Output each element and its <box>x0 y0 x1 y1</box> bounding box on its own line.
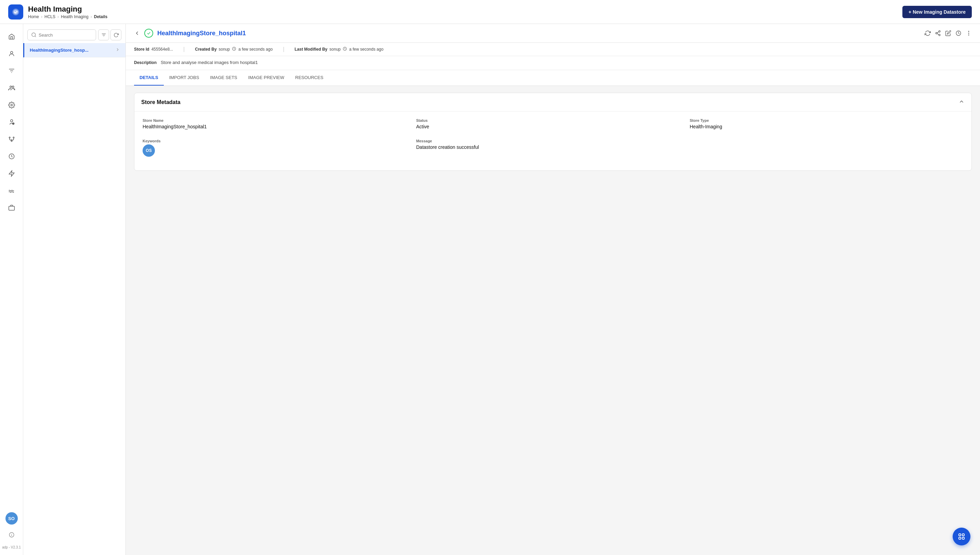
svg-point-13 <box>938 31 940 32</box>
svg-rect-23 <box>962 534 964 536</box>
content-header: HealthImagingStore_hospital1 <box>126 24 980 43</box>
sidebar-item-home[interactable] <box>5 29 19 44</box>
svg-point-19 <box>968 35 969 35</box>
tab-image-preview[interactable]: IMAGE PREVIEW <box>243 70 289 85</box>
store-name-label: Store Name <box>142 119 416 122</box>
last-modified-time: a few seconds ago <box>349 47 383 52</box>
store-type-value: Health-Imaging <box>690 124 963 129</box>
field-message: Message Datastore creation successful <box>416 139 690 157</box>
store-name-value: HealthImagingStore_hospital1 <box>142 124 416 129</box>
status-circle <box>144 29 153 38</box>
metadata-card-header: Store Metadata <box>134 93 972 112</box>
sync-icon[interactable] <box>925 30 931 36</box>
store-id-label: Store Id <box>134 47 149 52</box>
field-store-type: Store Type Health-Imaging <box>690 119 963 129</box>
field-status: Status Active <box>416 119 690 129</box>
svg-rect-10 <box>8 206 14 210</box>
created-time: a few seconds ago <box>238 47 273 52</box>
sidebar-item-settings[interactable] <box>5 98 19 112</box>
svg-rect-22 <box>959 534 961 536</box>
sidebar-item-waves[interactable] <box>5 183 19 198</box>
content-header-actions <box>925 30 972 36</box>
keywords-label: Keywords <box>142 139 416 143</box>
chevron-right-icon <box>115 47 120 53</box>
field-store-name: Store Name HealthImagingStore_hospital1 <box>142 119 416 129</box>
meta-last-modified: Last Modified By sonup a few seconds ago <box>295 47 384 52</box>
clock-icon-modified <box>343 47 347 52</box>
meta-store-id: Store Id 455564e8... <box>134 47 173 52</box>
sidebar-item-clock[interactable] <box>5 149 19 164</box>
tab-details[interactable]: DETAILS <box>134 70 164 85</box>
field-keywords: Keywords OS <box>142 139 416 157</box>
tab-resources[interactable]: RESOURCES <box>289 70 329 85</box>
sidebar-item-group[interactable] <box>5 81 19 95</box>
clock-icon-created <box>232 47 236 52</box>
sidebar-item-bolt[interactable] <box>5 166 19 181</box>
breadcrumb-sep2: › <box>58 14 59 19</box>
message-label: Message <box>416 139 690 143</box>
list-item-store[interactable]: HealthImagingStore_hosp... <box>23 43 125 58</box>
store-title: HealthImagingStore_hospital1 <box>157 30 246 37</box>
svg-point-8 <box>11 140 12 141</box>
svg-point-4 <box>10 120 13 122</box>
share-icon[interactable] <box>935 30 941 36</box>
svg-point-14 <box>935 32 937 34</box>
back-button[interactable] <box>134 30 140 36</box>
breadcrumb-home[interactable]: Home <box>28 14 39 19</box>
search-input[interactable] <box>38 32 92 38</box>
svg-point-15 <box>938 34 940 36</box>
edit-icon[interactable] <box>945 30 951 36</box>
sidebar-item-person[interactable] <box>5 115 19 129</box>
info-icon[interactable] <box>5 529 18 541</box>
user-avatar[interactable]: SO <box>5 512 18 525</box>
meta-sep2: | <box>283 46 284 52</box>
tab-import-jobs[interactable]: IMPORT JOBS <box>164 70 205 85</box>
left-panel: HealthImagingStore_hosp... <box>23 24 126 555</box>
sidebar-item-filter[interactable] <box>5 64 19 78</box>
breadcrumb-health-imaging[interactable]: Health Imaging <box>61 14 89 19</box>
check-icon <box>146 31 151 35</box>
sidebar-item-user[interactable] <box>5 47 19 61</box>
tab-image-sets[interactable]: IMAGE SETS <box>205 70 243 85</box>
search-icon <box>31 32 37 38</box>
sidebar-version: adp - V2.3.1 <box>2 545 21 550</box>
store-type-label: Store Type <box>690 119 963 122</box>
collapse-icon[interactable] <box>958 99 965 106</box>
svg-point-2 <box>12 86 14 88</box>
store-id-value: 455564e8... <box>152 47 173 52</box>
created-by-label: Created By <box>195 47 216 52</box>
svg-point-1 <box>10 86 12 88</box>
metadata-card: Store Metadata Store Name HealthImagingS… <box>134 93 972 171</box>
metadata-grid-row1: Store Name HealthImagingStore_hospital1 … <box>134 112 972 139</box>
svg-point-3 <box>11 104 12 106</box>
app-title: Health Imaging <box>28 5 107 14</box>
refresh-button[interactable] <box>110 29 122 40</box>
sidebar-icons: SO adp - V2.3.1 <box>0 24 23 555</box>
filter-button[interactable] <box>98 29 109 40</box>
refresh-icon <box>114 32 119 38</box>
last-modified-label: Last Modified By <box>295 47 328 52</box>
search-actions <box>98 29 122 40</box>
search-input-wrap[interactable] <box>27 29 96 40</box>
svg-point-18 <box>968 33 969 34</box>
description-label: Description <box>134 60 157 65</box>
sidebar-item-bag[interactable] <box>5 201 19 215</box>
search-bar <box>27 29 122 40</box>
content-body: Store Metadata Store Name HealthImagingS… <box>126 86 980 555</box>
menu-icon[interactable] <box>966 30 972 36</box>
last-modified-value: sonup <box>329 47 341 52</box>
metadata-grid-row2: Keywords OS Message Datastore creation s… <box>134 139 972 170</box>
sidebar-item-flow[interactable] <box>5 132 19 146</box>
header-left: Health Imaging Home › HCLS › Health Imag… <box>8 5 107 19</box>
list-item-name: HealthImagingStore_hosp... <box>30 48 89 53</box>
logo-icon[interactable] <box>8 5 23 19</box>
top-header: Health Imaging Home › HCLS › Health Imag… <box>0 0 980 24</box>
fab-button[interactable] <box>953 528 970 545</box>
keywords-tag: OS <box>142 144 155 157</box>
command-icon <box>958 533 966 541</box>
svg-point-7 <box>13 137 14 138</box>
breadcrumb-hcls[interactable]: HCLS <box>45 14 55 19</box>
new-imaging-datastore-button[interactable]: + New Imaging Datastore <box>902 6 972 18</box>
breadcrumb-sep1: › <box>41 14 42 19</box>
history-icon[interactable] <box>955 30 962 36</box>
